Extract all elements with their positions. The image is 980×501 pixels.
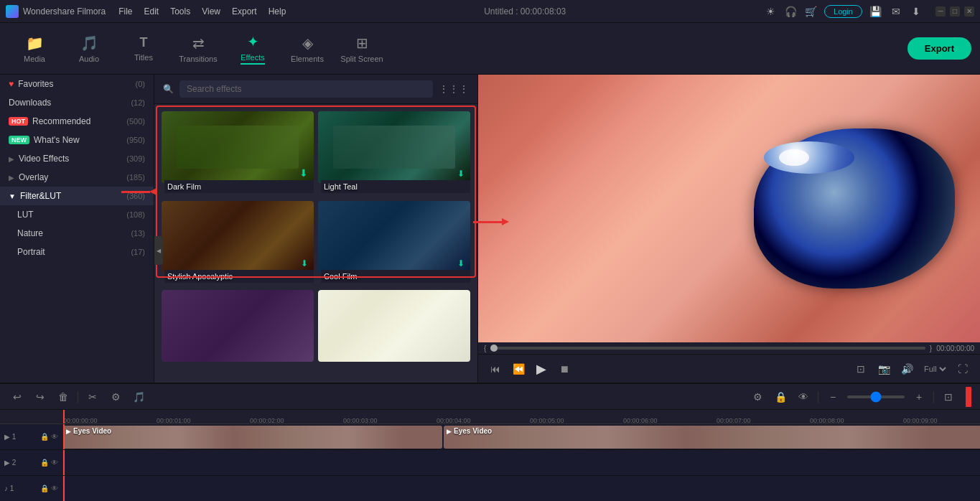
tl-audio-button[interactable]: 🎵 (130, 388, 147, 406)
toolbar-audio[interactable]: 🎵 Audio (63, 27, 115, 70)
zoom-slider[interactable] (847, 395, 905, 398)
menu-bar: File Edit Tools View Export Help (118, 6, 286, 17)
grid-toggle-icon[interactable]: ⋮⋮⋮ (439, 83, 469, 95)
track3-lock-icon[interactable]: 🔒 (40, 484, 49, 492)
project-title: Untitled : 00:00:08:03 (484, 6, 566, 17)
sidebar-item-filter-lut[interactable]: ▼ Filter&LUT (360) (0, 187, 154, 205)
frame-back-button[interactable]: ⏪ (510, 360, 527, 378)
menu-export[interactable]: Export (232, 6, 257, 17)
quality-select[interactable]: Full 1/2 1/4 (921, 364, 948, 374)
tl-zoom-out-icon[interactable]: − (824, 388, 841, 406)
stop-button[interactable]: ⏹ (556, 360, 573, 378)
maximize-button[interactable]: □ (950, 6, 960, 17)
sidebar-item-portrait[interactable]: Portrait (17) (0, 243, 154, 261)
menu-help[interactable]: Help (269, 6, 286, 17)
sidebar-item-lut[interactable]: LUT (108) (0, 205, 154, 224)
download-icon[interactable]: ⬇ (910, 5, 923, 18)
tl-zoom-in-icon[interactable]: + (910, 388, 928, 406)
playhead-handle[interactable] (490, 345, 498, 352)
tl-redo-button[interactable]: ↪ (32, 388, 49, 406)
cart-icon[interactable]: 🛒 (804, 5, 817, 18)
split-screen-icon: ⊞ (356, 34, 368, 52)
headphone-icon[interactable]: 🎧 (784, 5, 797, 18)
toolbar-split-screen[interactable]: ⊞ Split Screen (336, 27, 388, 70)
menu-edit[interactable]: Edit (144, 6, 159, 17)
toolbar-effects[interactable]: ✦ Effects (227, 27, 279, 70)
volume-icon[interactable]: 🔊 (898, 360, 915, 378)
toolbar-titles[interactable]: T Titles (118, 27, 169, 70)
menu-tools[interactable]: Tools (170, 6, 190, 17)
light-teal-download-icon[interactable]: ⬇ (457, 169, 465, 179)
effects-grid: ⬇ Dark Film ⬇ Light Teal (154, 104, 477, 370)
sidebar-item-overlay[interactable]: ▶ Overlay (185) (0, 168, 154, 187)
tl-fit-icon[interactable]: ⊡ (940, 388, 957, 406)
cool-film-download-icon[interactable]: ⬇ (457, 258, 465, 268)
track2-eye-icon[interactable]: 👁 (51, 459, 58, 467)
search-icon: 🔍 (163, 84, 174, 94)
search-input[interactable] (179, 80, 433, 98)
track1-clip1[interactable]: ▶ Eyes Video (63, 426, 442, 449)
save-icon[interactable]: 💾 (869, 5, 882, 18)
titles-label: Titles (134, 53, 153, 62)
tl-eye-icon[interactable]: 👁 (795, 388, 812, 406)
recommended-left: HOT Recommended (9, 116, 90, 126)
tl-settings-icon[interactable]: ⚙ (749, 388, 766, 406)
video-effects-count: (309) (126, 154, 145, 163)
message-icon[interactable]: ✉ (890, 5, 902, 18)
sidebar-item-downloads[interactable]: Downloads (12) (0, 93, 154, 112)
app-name: Wondershare Filmora (23, 6, 106, 17)
tl-undo-button[interactable]: ↩ (9, 388, 26, 406)
effect-extra2[interactable] (318, 290, 470, 362)
ruler-mark-3: 00:00:03:00 (343, 417, 378, 424)
sidebar-item-nature[interactable]: Nature (13) (0, 224, 154, 243)
step-back-button[interactable]: ⏮ (487, 360, 504, 378)
sidebar-collapse-button[interactable]: ◀ (154, 236, 163, 265)
track1-clip2[interactable]: ▶ Eyes Video (444, 426, 980, 449)
overlay-left: ▶ Overlay (9, 172, 48, 182)
toolbar-elements[interactable]: ◈ Elements (281, 27, 333, 70)
app-logo (6, 5, 19, 18)
menu-file[interactable]: File (118, 6, 132, 17)
screenshot-icon[interactable]: 📷 (875, 360, 892, 378)
sidebar-item-whats-new[interactable]: NEW What's New (950) (0, 131, 154, 149)
fullscreen-icon[interactable]: ⛶ (954, 360, 971, 378)
track3-icons: 🔒 👁 (40, 484, 58, 492)
sidebar-item-favorites[interactable]: ♥ Favorites (0) (0, 75, 154, 93)
tl-cut-button[interactable]: ✂ (84, 388, 101, 406)
track3-eye-icon[interactable]: 👁 (51, 484, 58, 492)
minimize-button[interactable]: ─ (935, 6, 946, 17)
video-background (478, 75, 980, 342)
track2-number: ▶ 2 (4, 459, 16, 467)
tl-delete-button[interactable]: 🗑 (55, 388, 72, 406)
effect-stylish-apocalyptic[interactable]: ⬇ Stylish Apocalyptic (162, 201, 314, 286)
menu-view[interactable]: View (202, 6, 220, 17)
track1-eye-icon[interactable]: 👁 (51, 433, 58, 441)
track2-playhead (63, 450, 65, 475)
tl-separator-3 (933, 391, 934, 403)
crop-icon[interactable]: ⊡ (852, 360, 869, 378)
tl-adjust-button[interactable]: ⚙ (107, 388, 124, 406)
progress-bar[interactable] (490, 347, 925, 350)
toolbar-transitions[interactable]: ⇄ Transitions (172, 27, 224, 70)
stylish-download-icon[interactable]: ⬇ (301, 258, 308, 268)
track2-lock-icon[interactable]: 🔒 (40, 459, 49, 467)
effect-dark-film[interactable]: ⬇ Dark Film (162, 111, 314, 197)
play-button[interactable]: ▶ (533, 360, 550, 378)
effect-extra1[interactable] (162, 290, 314, 362)
downloads-left: Downloads (9, 98, 51, 108)
close-button[interactable]: ✕ (964, 6, 974, 17)
export-button[interactable]: Export (907, 37, 971, 60)
effect-cool-film[interactable]: ⬇ Cool Film (318, 201, 470, 286)
dark-film-download-icon[interactable]: ⬇ (299, 167, 308, 179)
effect-light-teal[interactable]: ⬇ Light Teal (318, 111, 470, 197)
toolbar-media[interactable]: 📁 Media (9, 27, 60, 70)
track1-lock-icon[interactable]: 🔒 (40, 433, 49, 441)
tl-red-marker (966, 387, 971, 407)
split-screen-label: Split Screen (340, 55, 383, 63)
tl-lock-icon[interactable]: 🔒 (772, 388, 789, 406)
login-button[interactable]: Login (824, 5, 862, 18)
sidebar-item-recommended[interactable]: HOT Recommended (500) (0, 112, 154, 131)
sun-icon[interactable]: ☀ (764, 5, 777, 18)
lut-left: LUT (17, 210, 34, 220)
sidebar-item-video-effects[interactable]: ▶ Video Effects (309) (0, 149, 154, 168)
